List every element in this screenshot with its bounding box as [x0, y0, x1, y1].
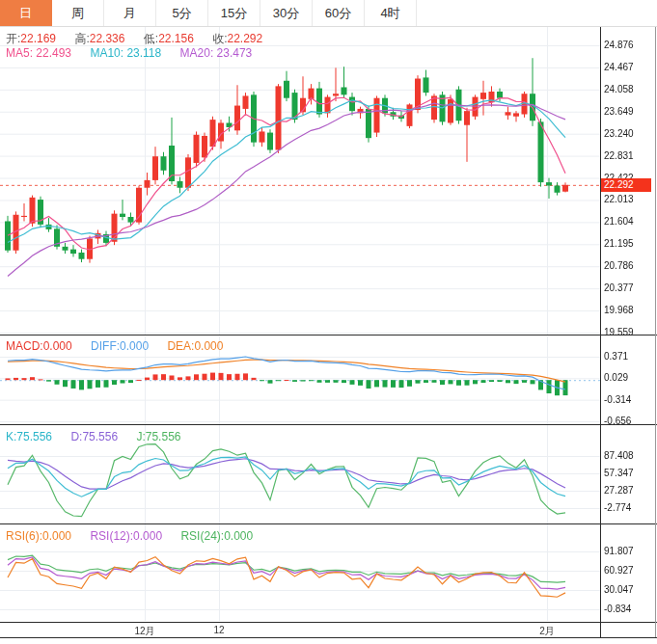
price-tick: 21.195: [604, 239, 634, 249]
kdj-tick: -2.774: [604, 503, 634, 513]
rsi-y-axis: 91.807 60.927 30.047 -0.834: [604, 547, 634, 614]
rsi12-readout: RSI(12):0.000: [90, 529, 162, 543]
price-tick: 20.377: [604, 283, 634, 293]
macd-legend: MACD:0.000 DIFF:0.000 DEA:0.000: [6, 339, 238, 353]
kdj-tick: 87.408: [604, 451, 634, 461]
tab-4hour[interactable]: 4时: [365, 0, 417, 26]
price-tick: 21.604: [604, 217, 634, 227]
kdj-tick: 57.347: [604, 469, 634, 478]
panel-divider: [0, 424, 657, 425]
price-tick: 23.649: [604, 107, 634, 117]
price-tick: 20.786: [604, 261, 634, 271]
dea-readout: DEA:0.000: [167, 339, 223, 353]
price-chart-canvas[interactable]: [0, 27, 600, 335]
kdj-y-axis: 87.408 57.347 27.287 -2.774: [604, 451, 634, 513]
panel-divider: [0, 523, 657, 524]
close-readout: 收:22.292: [212, 32, 262, 45]
panel-divider: [0, 622, 657, 623]
macd-readout: MACD:0.000: [6, 339, 72, 353]
rsi-tick: -0.834: [604, 604, 634, 614]
rsi6-readout: RSI(6):0.000: [6, 529, 71, 543]
tab-week[interactable]: 周: [52, 0, 104, 26]
high-readout: 高:22.336: [74, 32, 124, 45]
d-readout: D:75.556: [70, 430, 118, 443]
low-readout: 低:22.156: [144, 32, 194, 45]
rsi-tick: 60.927: [604, 566, 634, 576]
macd-tick: -0.314: [604, 395, 631, 405]
price-tick: 24.058: [604, 85, 634, 94]
x-tick-dec: 12月: [134, 625, 154, 638]
rsi-tick: 91.807: [604, 547, 634, 556]
chart-stage: 开:22.169 高:22.336 低:22.156 收:22.292 MA5:…: [0, 27, 657, 644]
rsi-tick: 30.047: [604, 585, 634, 595]
panel-divider: [0, 335, 657, 335]
x-tick-feb: 2月: [539, 625, 555, 638]
ma10-readout: MA10: 23.118: [90, 46, 161, 60]
tab-5min[interactable]: 5分: [156, 0, 208, 26]
macd-tick: 0.371: [604, 352, 631, 362]
tab-30min[interactable]: 30分: [260, 0, 313, 26]
x-tick-12: 12: [213, 625, 224, 635]
kdj-tick: 27.287: [604, 486, 634, 496]
rsi24-readout: RSI(24):0.000: [180, 529, 253, 543]
macd-tick: 0.029: [604, 373, 631, 383]
ma-legend: MA5: 22.493 MA10: 23.118 MA20: 23.473: [6, 46, 267, 60]
period-tabbar: 日 周 月 5分 15分 30分 60分 4时: [0, 0, 657, 27]
price-tick: 19.968: [604, 306, 634, 315]
k-readout: K:75.556: [6, 430, 52, 443]
rsi-legend: RSI(6):0.000 RSI(12):0.000 RSI(24):0.000: [6, 529, 268, 543]
diff-readout: DIFF:0.000: [91, 339, 149, 353]
macd-tick: -0.656: [604, 416, 631, 426]
x-axis: 12月 12 2月: [0, 625, 657, 638]
ma20-readout: MA20: 23.473: [180, 46, 253, 60]
tab-month[interactable]: 月: [104, 0, 156, 26]
kdj-legend: K:75.556 D:75.556 J:75.556: [6, 430, 196, 443]
trading-chart-app: { "toolbar": { "tabs": [ {"label":"日","s…: [0, 0, 657, 644]
ohlc-legend: 开:22.169 高:22.336 低:22.156 收:22.292: [6, 31, 278, 47]
right-border: [655, 27, 656, 637]
price-tick: 22.013: [604, 195, 634, 204]
ma5-readout: MA5: 22.493: [6, 46, 71, 60]
price-tick: 24.876: [604, 40, 634, 50]
price-tick: 24.467: [604, 63, 634, 72]
axis-border: [600, 27, 601, 637]
price-tick: 19.559: [604, 328, 634, 337]
tab-15min[interactable]: 15分: [208, 0, 260, 26]
last-price-tag: 22.292: [601, 178, 651, 192]
tab-60min[interactable]: 60分: [313, 0, 365, 26]
j-readout: J:75.556: [136, 430, 180, 443]
tab-day[interactable]: 日: [0, 0, 52, 26]
macd-y-axis: 0.371 0.029 -0.314 -0.656: [604, 352, 631, 426]
open-readout: 开:22.169: [6, 32, 56, 45]
price-tick: 22.831: [604, 151, 634, 161]
price-tick: 23.240: [604, 129, 634, 139]
